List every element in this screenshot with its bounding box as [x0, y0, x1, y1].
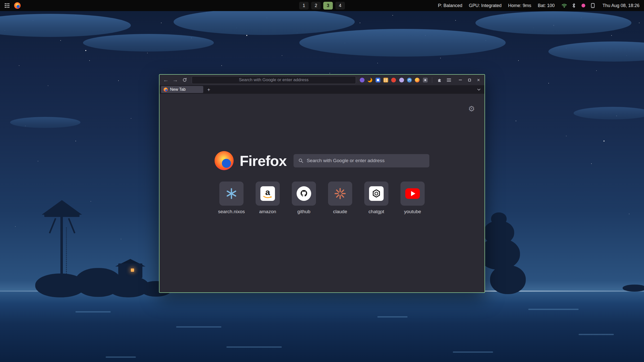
url-input[interactable] [194, 77, 353, 82]
shortcut-label: amazon [259, 209, 276, 214]
wifi-icon[interactable] [561, 3, 567, 9]
shortcut-label: github [297, 209, 310, 214]
shortcut-github[interactable]: github [288, 182, 320, 214]
firefox-favicon [164, 87, 168, 92]
tab-title: New Tab [170, 87, 186, 92]
settings-gear-icon[interactable]: ⚙ [468, 104, 475, 113]
tab-bar: New Tab + [159, 85, 485, 94]
firefox-wordmark: Firefox [240, 152, 287, 169]
cloud [475, 11, 631, 34]
menu-hamburger-icon[interactable] [445, 76, 453, 84]
extension-icon-3[interactable] [375, 77, 381, 83]
cloud [10, 117, 80, 128]
shortcut-label: search.nixos [218, 209, 245, 214]
workspace-2[interactable]: 2 [311, 2, 321, 10]
youtube-icon [405, 188, 420, 199]
extension-icon-7[interactable] [406, 77, 413, 83]
maximize-button[interactable] [466, 76, 473, 83]
extension-icon-1[interactable] [359, 77, 365, 83]
workspace-3-active[interactable]: 3 [323, 2, 333, 10]
newtab-search-bar[interactable] [294, 154, 429, 167]
extension-icon-5[interactable] [390, 77, 397, 83]
nixos-snowflake-icon [225, 188, 237, 200]
close-button[interactable]: × [475, 76, 482, 83]
amazon-icon: a [260, 186, 275, 201]
shortcut-grid: search.nixos a amazon [215, 182, 429, 214]
bluetooth-icon[interactable] [571, 3, 577, 9]
workspace-1[interactable]: 1 [299, 2, 309, 10]
reload-icon[interactable] [181, 76, 188, 84]
cloud [174, 9, 355, 35]
home-latency-status: Home: 9ms [508, 3, 531, 8]
extensions-puzzle-icon[interactable] [436, 76, 444, 84]
toolbar-separator [432, 77, 432, 83]
workspace-4[interactable]: 4 [335, 2, 345, 10]
tab-list-chevron-icon[interactable] [475, 86, 482, 93]
chatgpt-icon [369, 186, 384, 201]
shortcut-label: youtube [404, 209, 421, 214]
forward-icon[interactable]: → [171, 76, 179, 84]
firefox-logo [215, 151, 234, 170]
ocean [0, 292, 644, 362]
extension-icon-4[interactable] [383, 77, 389, 83]
newtab-search-input[interactable] [307, 158, 425, 163]
extension-icon-6[interactable] [398, 77, 405, 83]
shortcut-amazon[interactable]: a amazon [252, 182, 284, 214]
battery-status: Bat: 100 [538, 3, 555, 8]
tablet-icon[interactable] [590, 3, 596, 9]
shortcut-search-nixos[interactable]: search.nixos [215, 182, 248, 214]
magenta-dot-icon[interactable] [580, 3, 586, 9]
shortcut-label: chatgpt [369, 209, 384, 214]
minimize-button[interactable] [457, 76, 464, 83]
firefox-window: ← → [159, 74, 485, 293]
new-tab-button[interactable]: + [205, 86, 212, 93]
clock: Thu Aug 08, 18:26 [602, 3, 639, 8]
browser-toolbar: ← → [159, 75, 485, 85]
newtab-hero: Firefox [215, 151, 429, 170]
lit-window [131, 268, 134, 272]
url-bar[interactable] [192, 76, 356, 84]
extension-icon-8[interactable] [414, 77, 420, 83]
claude-icon [334, 187, 346, 200]
shortcut-youtube[interactable]: youtube [396, 182, 429, 214]
shortcut-chatgpt[interactable]: chatgpt [360, 182, 392, 214]
gpu-status: GPU: Integrated [469, 3, 502, 8]
cloud [299, 29, 506, 57]
extension-icon-9[interactable] [422, 77, 428, 83]
top-status-bar: 1 2 3 4 P: Balanced GPU: Integrated Home… [0, 0, 644, 11]
github-icon [297, 186, 311, 201]
search-icon [298, 158, 303, 163]
workspace-switcher: 1 2 3 4 [299, 2, 345, 10]
window-controls: × [457, 76, 482, 83]
cloud [83, 34, 214, 52]
tab-new-tab[interactable]: New Tab [161, 86, 203, 93]
firefox-launcher-icon[interactable] [14, 2, 21, 9]
shortcut-label: claude [333, 209, 347, 214]
apps-grid-icon[interactable] [4, 3, 10, 9]
extension-icon-2[interactable] [367, 77, 373, 83]
power-profile-status: P: Balanced [438, 3, 462, 8]
tray-icons [561, 3, 596, 9]
new-tab-page: ⚙ Firefox search.nixo [159, 94, 485, 292]
back-icon[interactable]: ← [162, 76, 170, 84]
shortcut-claude[interactable]: claude [324, 182, 356, 214]
